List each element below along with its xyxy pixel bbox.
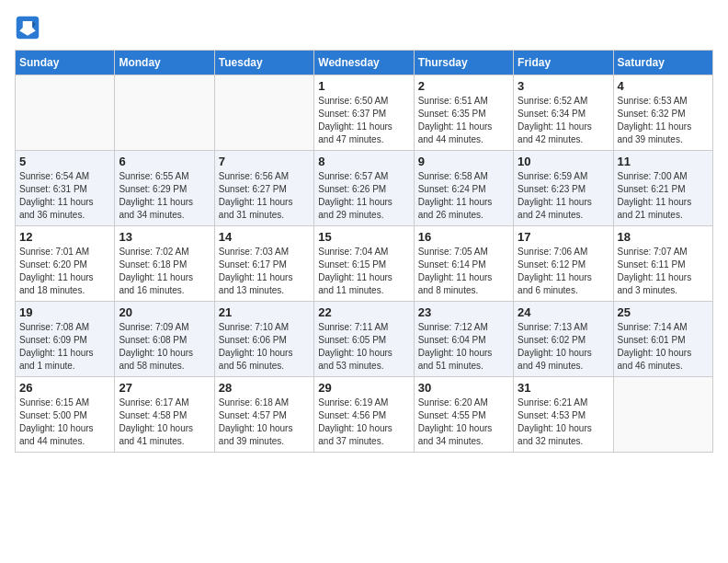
day-info: Sunrise: 7:09 AM Sunset: 6:08 PM Dayligh…: [119, 321, 210, 373]
day-info: Sunrise: 6:57 AM Sunset: 6:26 PM Dayligh…: [318, 170, 409, 222]
day-info: Sunrise: 6:52 AM Sunset: 6:34 PM Dayligh…: [518, 95, 609, 146]
day-number: 15: [318, 230, 409, 244]
logo: [15, 15, 44, 40]
calendar-week-row: 19Sunrise: 7:08 AM Sunset: 6:09 PM Dayli…: [16, 302, 713, 377]
day-number: 10: [518, 155, 609, 168]
calendar-cell: 22Sunrise: 7:11 AM Sunset: 6:05 PM Dayli…: [314, 302, 414, 377]
day-info: Sunrise: 7:10 AM Sunset: 6:06 PM Dayligh…: [219, 321, 310, 373]
day-number: 5: [19, 155, 110, 168]
day-info: Sunrise: 6:21 AM Sunset: 4:53 PM Dayligh…: [518, 396, 609, 448]
col-header-friday: Friday: [514, 51, 613, 75]
day-number: 25: [618, 305, 709, 319]
calendar-cell: 11Sunrise: 7:00 AM Sunset: 6:21 PM Dayli…: [613, 151, 712, 226]
day-info: Sunrise: 6:17 AM Sunset: 4:58 PM Dayligh…: [119, 396, 210, 448]
col-header-sunday: Sunday: [16, 51, 115, 75]
calendar-cell: 9Sunrise: 6:58 AM Sunset: 6:24 PM Daylig…: [414, 151, 513, 226]
calendar-cell: 25Sunrise: 7:14 AM Sunset: 6:01 PM Dayli…: [613, 302, 712, 377]
col-header-thursday: Thursday: [414, 51, 513, 75]
calendar-cell: 2Sunrise: 6:51 AM Sunset: 6:35 PM Daylig…: [414, 75, 513, 151]
day-number: 24: [518, 305, 609, 319]
calendar-cell: 30Sunrise: 6:20 AM Sunset: 4:55 PM Dayli…: [414, 377, 513, 453]
day-number: 17: [518, 230, 609, 244]
day-info: Sunrise: 6:19 AM Sunset: 4:56 PM Dayligh…: [318, 396, 409, 448]
col-header-wednesday: Wednesday: [314, 51, 414, 75]
day-number: 18: [618, 230, 709, 244]
calendar-cell: [16, 75, 115, 151]
calendar-cell: 12Sunrise: 7:01 AM Sunset: 6:20 PM Dayli…: [16, 226, 115, 302]
day-info: Sunrise: 7:08 AM Sunset: 6:09 PM Dayligh…: [19, 321, 110, 373]
day-info: Sunrise: 6:58 AM Sunset: 6:24 PM Dayligh…: [418, 170, 509, 222]
calendar-cell: 1Sunrise: 6:50 AM Sunset: 6:37 PM Daylig…: [314, 75, 414, 151]
page-header: [15, 15, 713, 40]
day-number: 3: [518, 79, 609, 93]
calendar-cell: 17Sunrise: 7:06 AM Sunset: 6:12 PM Dayli…: [514, 226, 613, 302]
day-number: 26: [19, 381, 110, 395]
calendar-cell: 29Sunrise: 6:19 AM Sunset: 4:56 PM Dayli…: [314, 377, 414, 453]
day-info: Sunrise: 7:11 AM Sunset: 6:05 PM Dayligh…: [318, 321, 409, 373]
day-info: Sunrise: 7:02 AM Sunset: 6:18 PM Dayligh…: [119, 246, 210, 297]
day-info: Sunrise: 7:01 AM Sunset: 6:20 PM Dayligh…: [19, 246, 110, 297]
day-number: 16: [418, 230, 509, 244]
day-info: Sunrise: 7:03 AM Sunset: 6:17 PM Dayligh…: [219, 246, 310, 297]
calendar-cell: 8Sunrise: 6:57 AM Sunset: 6:26 PM Daylig…: [314, 151, 414, 226]
col-header-monday: Monday: [115, 51, 214, 75]
logo-icon: [15, 15, 40, 40]
day-info: Sunrise: 7:00 AM Sunset: 6:21 PM Dayligh…: [618, 170, 709, 222]
day-number: 29: [318, 381, 409, 395]
day-info: Sunrise: 7:07 AM Sunset: 6:11 PM Dayligh…: [618, 246, 709, 297]
calendar-cell: 14Sunrise: 7:03 AM Sunset: 6:17 PM Dayli…: [214, 226, 313, 302]
day-number: 27: [119, 381, 210, 395]
calendar-week-row: 5Sunrise: 6:54 AM Sunset: 6:31 PM Daylig…: [16, 151, 713, 226]
day-info: Sunrise: 6:53 AM Sunset: 6:32 PM Dayligh…: [618, 95, 709, 146]
calendar-cell: 26Sunrise: 6:15 AM Sunset: 5:00 PM Dayli…: [16, 377, 115, 453]
calendar-week-row: 12Sunrise: 7:01 AM Sunset: 6:20 PM Dayli…: [16, 226, 713, 302]
calendar-cell: 23Sunrise: 7:12 AM Sunset: 6:04 PM Dayli…: [414, 302, 513, 377]
day-info: Sunrise: 6:54 AM Sunset: 6:31 PM Dayligh…: [19, 170, 110, 222]
calendar-cell: 21Sunrise: 7:10 AM Sunset: 6:06 PM Dayli…: [214, 302, 313, 377]
day-number: 22: [318, 305, 409, 319]
day-info: Sunrise: 6:56 AM Sunset: 6:27 PM Dayligh…: [219, 170, 310, 222]
day-info: Sunrise: 7:14 AM Sunset: 6:01 PM Dayligh…: [618, 321, 709, 373]
calendar-week-row: 26Sunrise: 6:15 AM Sunset: 5:00 PM Dayli…: [16, 377, 713, 453]
day-number: 21: [219, 305, 310, 319]
day-info: Sunrise: 6:18 AM Sunset: 4:57 PM Dayligh…: [219, 396, 310, 448]
calendar-cell: 4Sunrise: 6:53 AM Sunset: 6:32 PM Daylig…: [613, 75, 712, 151]
day-number: 12: [19, 230, 110, 244]
day-info: Sunrise: 6:51 AM Sunset: 6:35 PM Dayligh…: [418, 95, 509, 146]
day-number: 13: [119, 230, 210, 244]
calendar-cell: [613, 377, 712, 453]
day-number: 6: [119, 155, 210, 168]
calendar-cell: 28Sunrise: 6:18 AM Sunset: 4:57 PM Dayli…: [214, 377, 313, 453]
day-info: Sunrise: 6:20 AM Sunset: 4:55 PM Dayligh…: [418, 396, 509, 448]
day-info: Sunrise: 6:55 AM Sunset: 6:29 PM Dayligh…: [119, 170, 210, 222]
calendar-cell: 13Sunrise: 7:02 AM Sunset: 6:18 PM Dayli…: [115, 226, 214, 302]
day-number: 14: [219, 230, 310, 244]
day-info: Sunrise: 6:15 AM Sunset: 5:00 PM Dayligh…: [19, 396, 110, 448]
col-header-tuesday: Tuesday: [214, 51, 313, 75]
calendar-cell: [214, 75, 313, 151]
day-number: 30: [418, 381, 509, 395]
calendar-cell: 27Sunrise: 6:17 AM Sunset: 4:58 PM Dayli…: [115, 377, 214, 453]
day-number: 9: [418, 155, 509, 168]
day-number: 31: [518, 381, 609, 395]
day-info: Sunrise: 7:12 AM Sunset: 6:04 PM Dayligh…: [418, 321, 509, 373]
calendar-header-row: SundayMondayTuesdayWednesdayThursdayFrid…: [16, 51, 713, 75]
day-info: Sunrise: 6:50 AM Sunset: 6:37 PM Dayligh…: [318, 95, 409, 146]
day-info: Sunrise: 7:04 AM Sunset: 6:15 PM Dayligh…: [318, 246, 409, 297]
calendar-cell: 16Sunrise: 7:05 AM Sunset: 6:14 PM Dayli…: [414, 226, 513, 302]
day-number: 20: [119, 305, 210, 319]
calendar-cell: 20Sunrise: 7:09 AM Sunset: 6:08 PM Dayli…: [115, 302, 214, 377]
calendar-cell: 7Sunrise: 6:56 AM Sunset: 6:27 PM Daylig…: [214, 151, 313, 226]
day-info: Sunrise: 7:13 AM Sunset: 6:02 PM Dayligh…: [518, 321, 609, 373]
day-number: 7: [219, 155, 310, 168]
day-number: 8: [318, 155, 409, 168]
day-number: 28: [219, 381, 310, 395]
calendar-cell: 19Sunrise: 7:08 AM Sunset: 6:09 PM Dayli…: [16, 302, 115, 377]
day-info: Sunrise: 7:06 AM Sunset: 6:12 PM Dayligh…: [518, 246, 609, 297]
calendar-cell: 3Sunrise: 6:52 AM Sunset: 6:34 PM Daylig…: [514, 75, 613, 151]
calendar-cell: 5Sunrise: 6:54 AM Sunset: 6:31 PM Daylig…: [16, 151, 115, 226]
calendar-cell: 18Sunrise: 7:07 AM Sunset: 6:11 PM Dayli…: [613, 226, 712, 302]
calendar-cell: 6Sunrise: 6:55 AM Sunset: 6:29 PM Daylig…: [115, 151, 214, 226]
day-number: 23: [418, 305, 509, 319]
day-info: Sunrise: 7:05 AM Sunset: 6:14 PM Dayligh…: [418, 246, 509, 297]
